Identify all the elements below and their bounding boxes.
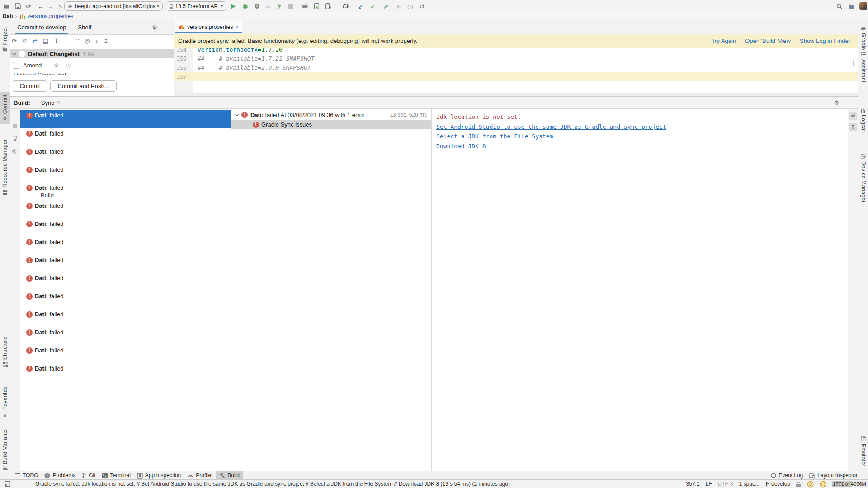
- view-options-icon[interactable]: ◎: [85, 38, 90, 44]
- build-list-item[interactable]: !Dati: failed: [20, 164, 231, 182]
- caret-position[interactable]: 357:1: [686, 481, 700, 487]
- open-build-view-link[interactable]: Open 'Build' View: [745, 38, 791, 44]
- toolbar-button-profiler[interactable]: Profiler: [184, 471, 216, 479]
- build-list-item[interactable]: !Dati: failedBuild...: [20, 182, 231, 200]
- console-link-set-jdk[interactable]: Set Android Studio to use the same JDK a…: [436, 122, 848, 132]
- changelist-checkbox[interactable]: [19, 51, 25, 57]
- gear-icon[interactable]: ⚙: [152, 24, 157, 31]
- build-list-item[interactable]: !Dati: failed: [20, 363, 231, 381]
- toolbar-button-git[interactable]: Git: [79, 471, 99, 479]
- filter-eye-icon[interactable]: ◎: [12, 148, 16, 154]
- build-tree-root[interactable]: ! Dati: failed At 03/08/2021 09:36 with …: [231, 110, 431, 119]
- git-history-icon[interactable]: ◷: [406, 0, 414, 12]
- toolbar-button-problems[interactable]: Problems: [41, 471, 79, 479]
- soft-wrap-icon[interactable]: ⏎: [849, 112, 857, 120]
- rollback-icon[interactable]: ↺: [22, 38, 27, 44]
- build-list-item[interactable]: !Dati: failed: [20, 291, 231, 309]
- profile-icon[interactable]: [253, 0, 261, 12]
- hide-panel-icon[interactable]: —: [846, 99, 852, 106]
- show-log-link[interactable]: Show Log in Finder: [800, 38, 850, 44]
- sidebar-item-assistant[interactable]: Assistant: [858, 52, 868, 82]
- back-icon[interactable]: ←: [37, 0, 44, 12]
- close-icon[interactable]: ×: [235, 24, 238, 30]
- status-message[interactable]: Gradle sync failed: Jdk location is not …: [35, 481, 510, 487]
- sidebar-item-commit[interactable]: Commit: [0, 92, 10, 124]
- hide-panel-icon[interactable]: —: [164, 24, 170, 31]
- build-list-item[interactable]: !Dati: failed: [20, 254, 231, 272]
- build-list-item[interactable]: !Dati: failed: [20, 272, 231, 291]
- tab-commit-to-develop[interactable]: Commit to develop: [15, 20, 68, 34]
- build-list-item[interactable]: !Dati: failed: [20, 200, 231, 218]
- try-again-link[interactable]: Try Again: [712, 38, 736, 44]
- stop-icon[interactable]: [13, 124, 17, 128]
- apply-changes-icon[interactable]: [275, 0, 283, 12]
- lock-icon[interactable]: [796, 481, 801, 487]
- group-by-icon[interactable]: ∷: [75, 38, 79, 44]
- sync-icon[interactable]: ⟳: [25, 0, 32, 12]
- device-selector[interactable]: 13.5 Freeform API 30 ▾: [166, 1, 226, 11]
- gear-icon[interactable]: ⚙: [53, 62, 59, 69]
- build-list-item[interactable]: !Dati: failed: [20, 309, 231, 327]
- commit-message-history-icon[interactable]: ▤: [43, 38, 48, 44]
- file-encoding[interactable]: UTF-8: [718, 481, 733, 487]
- toolbar-button-app-inspection[interactable]: App Inspection: [134, 471, 184, 479]
- sidebar-item-resource-manager[interactable]: Resource Manager: [0, 139, 10, 195]
- console-link-download-jdk[interactable]: Download JDK 8: [436, 141, 848, 151]
- commit-and-push-button[interactable]: Commit and Push...: [50, 80, 117, 92]
- debug-icon[interactable]: [241, 0, 249, 12]
- toolbar-button-todo[interactable]: TODO: [12, 471, 41, 479]
- sidebar-item-project[interactable]: Project: [0, 27, 10, 52]
- commit-button[interactable]: Commit: [13, 80, 47, 92]
- commit-message-field[interactable]: Updated Comm ded: [10, 71, 174, 75]
- toolbar-button-event-log[interactable]: Event Log: [768, 471, 806, 479]
- refresh-icon[interactable]: ⟳: [12, 38, 17, 44]
- diff-icon[interactable]: ⇄: [33, 38, 38, 44]
- search-everywhere-icon[interactable]: [835, 0, 844, 12]
- open-icon[interactable]: [3, 0, 10, 12]
- tab-shelf[interactable]: Shelf: [76, 20, 93, 34]
- build-list-item[interactable]: !Dati: failed: [20, 110, 231, 128]
- layout-inspector-toolbar-icon[interactable]: [312, 0, 321, 12]
- editor-scrollbar[interactable]: [853, 60, 854, 67]
- coverage-icon[interactable]: [264, 0, 272, 12]
- breadcrumb-file[interactable]: versions.properties: [28, 13, 73, 19]
- sidebar-item-build-variants[interactable]: Build Variants: [0, 429, 10, 470]
- build-list-item[interactable]: !Dati: failed: [20, 146, 231, 164]
- feedback-happy-icon[interactable]: [807, 481, 814, 488]
- toolbar-button-terminal[interactable]: Terminal: [99, 471, 133, 479]
- history-icon[interactable]: ◷: [66, 62, 71, 69]
- run-configuration-selector[interactable]: beepiz:app-android [installOriginalPrePr…: [64, 1, 163, 11]
- gear-icon[interactable]: ⚙: [834, 99, 839, 106]
- git-cherry-pick-icon[interactable]: ➤: [394, 0, 402, 12]
- sidebar-item-logcat[interactable]: Logcat: [858, 108, 868, 132]
- close-icon[interactable]: ×: [57, 99, 60, 106]
- save-icon[interactable]: [14, 0, 21, 12]
- sidebar-item-emulator[interactable]: Emulator: [858, 436, 868, 466]
- build-list-item[interactable]: !Dati: failed: [20, 218, 231, 236]
- feedback-sad-icon[interactable]: [820, 481, 826, 488]
- sidebar-item-device-manager[interactable]: Device Manager: [858, 154, 868, 203]
- build-list-item[interactable]: !Dati: failed: [20, 236, 231, 254]
- line-separator[interactable]: LF: [706, 481, 712, 487]
- chevron-down-icon[interactable]: [235, 112, 240, 117]
- git-push-icon[interactable]: ↗: [382, 0, 390, 12]
- git-update-icon[interactable]: ↙: [356, 0, 364, 12]
- sidebar-item-gradle[interactable]: Gradle: [858, 26, 868, 50]
- gradle-sync-icon[interactable]: [300, 0, 309, 12]
- chevron-down-icon[interactable]: [12, 51, 17, 56]
- device-manager-toolbar-icon[interactable]: [324, 0, 333, 12]
- collapse-all-icon[interactable]: ↥: [104, 38, 108, 44]
- console-link-select-jdk[interactable]: Select a JDK from the File System: [436, 131, 848, 141]
- sidebar-item-structure[interactable]: Structure: [0, 337, 10, 367]
- build-tree-child[interactable]: ! Gradle Sync issues: [231, 120, 431, 129]
- shelve-icon[interactable]: ↧: [54, 38, 59, 44]
- breadcrumb-module[interactable]: Dati: [3, 13, 13, 19]
- git-branch-widget[interactable]: develop: [765, 481, 790, 487]
- git-commit-icon[interactable]: ✓: [369, 0, 377, 12]
- tab-sync[interactable]: Sync ×: [38, 97, 63, 108]
- build-list-item[interactable]: !Dati: failed: [20, 327, 231, 345]
- tab-versions-properties[interactable]: versions.properties ×: [175, 20, 242, 33]
- editor-body[interactable]: 354 version.tornadofx=1.7.20 355 ## # av…: [174, 48, 858, 93]
- stop-icon[interactable]: [287, 0, 295, 12]
- memory-indicator[interactable]: 1771 of 4096M: [832, 481, 867, 487]
